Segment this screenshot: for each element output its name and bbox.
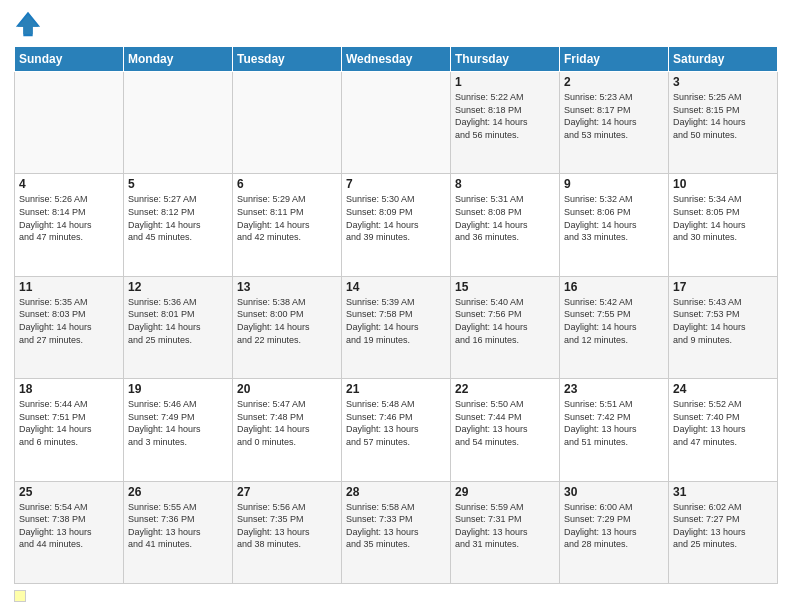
calendar-cell: 20Sunrise: 5:47 AM Sunset: 7:48 PM Dayli… <box>233 379 342 481</box>
weekday-monday: Monday <box>124 47 233 72</box>
day-info: Sunrise: 5:48 AM Sunset: 7:46 PM Dayligh… <box>346 398 446 448</box>
calendar-cell: 23Sunrise: 5:51 AM Sunset: 7:42 PM Dayli… <box>560 379 669 481</box>
day-number: 10 <box>673 177 773 191</box>
daylight-box-icon <box>14 590 26 602</box>
day-number: 15 <box>455 280 555 294</box>
day-info: Sunrise: 5:22 AM Sunset: 8:18 PM Dayligh… <box>455 91 555 141</box>
day-number: 7 <box>346 177 446 191</box>
day-number: 29 <box>455 485 555 499</box>
day-info: Sunrise: 5:38 AM Sunset: 8:00 PM Dayligh… <box>237 296 337 346</box>
day-number: 26 <box>128 485 228 499</box>
day-number: 12 <box>128 280 228 294</box>
calendar-cell: 17Sunrise: 5:43 AM Sunset: 7:53 PM Dayli… <box>669 276 778 378</box>
week-row-3: 18Sunrise: 5:44 AM Sunset: 7:51 PM Dayli… <box>15 379 778 481</box>
calendar-cell: 14Sunrise: 5:39 AM Sunset: 7:58 PM Dayli… <box>342 276 451 378</box>
calendar-cell: 24Sunrise: 5:52 AM Sunset: 7:40 PM Dayli… <box>669 379 778 481</box>
calendar-cell: 18Sunrise: 5:44 AM Sunset: 7:51 PM Dayli… <box>15 379 124 481</box>
day-info: Sunrise: 5:56 AM Sunset: 7:35 PM Dayligh… <box>237 501 337 551</box>
day-number: 18 <box>19 382 119 396</box>
day-info: Sunrise: 5:58 AM Sunset: 7:33 PM Dayligh… <box>346 501 446 551</box>
week-row-4: 25Sunrise: 5:54 AM Sunset: 7:38 PM Dayli… <box>15 481 778 583</box>
calendar-cell: 4Sunrise: 5:26 AM Sunset: 8:14 PM Daylig… <box>15 174 124 276</box>
header <box>14 10 778 38</box>
day-number: 5 <box>128 177 228 191</box>
day-number: 20 <box>237 382 337 396</box>
day-number: 9 <box>564 177 664 191</box>
day-number: 24 <box>673 382 773 396</box>
weekday-tuesday: Tuesday <box>233 47 342 72</box>
calendar-cell: 6Sunrise: 5:29 AM Sunset: 8:11 PM Daylig… <box>233 174 342 276</box>
day-info: Sunrise: 5:39 AM Sunset: 7:58 PM Dayligh… <box>346 296 446 346</box>
day-info: Sunrise: 5:32 AM Sunset: 8:06 PM Dayligh… <box>564 193 664 243</box>
day-number: 16 <box>564 280 664 294</box>
calendar-cell: 29Sunrise: 5:59 AM Sunset: 7:31 PM Dayli… <box>451 481 560 583</box>
day-number: 17 <box>673 280 773 294</box>
week-row-0: 1Sunrise: 5:22 AM Sunset: 8:18 PM Daylig… <box>15 72 778 174</box>
calendar-cell: 26Sunrise: 5:55 AM Sunset: 7:36 PM Dayli… <box>124 481 233 583</box>
calendar-cell <box>124 72 233 174</box>
calendar-cell: 2Sunrise: 5:23 AM Sunset: 8:17 PM Daylig… <box>560 72 669 174</box>
day-info: Sunrise: 5:29 AM Sunset: 8:11 PM Dayligh… <box>237 193 337 243</box>
day-number: 31 <box>673 485 773 499</box>
calendar-cell: 3Sunrise: 5:25 AM Sunset: 8:15 PM Daylig… <box>669 72 778 174</box>
day-info: Sunrise: 5:44 AM Sunset: 7:51 PM Dayligh… <box>19 398 119 448</box>
day-info: Sunrise: 5:36 AM Sunset: 8:01 PM Dayligh… <box>128 296 228 346</box>
calendar-cell: 13Sunrise: 5:38 AM Sunset: 8:00 PM Dayli… <box>233 276 342 378</box>
page: SundayMondayTuesdayWednesdayThursdayFrid… <box>0 0 792 612</box>
day-number: 27 <box>237 485 337 499</box>
week-row-1: 4Sunrise: 5:26 AM Sunset: 8:14 PM Daylig… <box>15 174 778 276</box>
day-info: Sunrise: 5:52 AM Sunset: 7:40 PM Dayligh… <box>673 398 773 448</box>
day-info: Sunrise: 5:27 AM Sunset: 8:12 PM Dayligh… <box>128 193 228 243</box>
day-info: Sunrise: 5:47 AM Sunset: 7:48 PM Dayligh… <box>237 398 337 448</box>
day-info: Sunrise: 5:25 AM Sunset: 8:15 PM Dayligh… <box>673 91 773 141</box>
day-number: 4 <box>19 177 119 191</box>
day-number: 19 <box>128 382 228 396</box>
calendar-cell: 16Sunrise: 5:42 AM Sunset: 7:55 PM Dayli… <box>560 276 669 378</box>
logo <box>14 10 46 38</box>
day-info: Sunrise: 5:34 AM Sunset: 8:05 PM Dayligh… <box>673 193 773 243</box>
day-info: Sunrise: 5:43 AM Sunset: 7:53 PM Dayligh… <box>673 296 773 346</box>
calendar-cell: 10Sunrise: 5:34 AM Sunset: 8:05 PM Dayli… <box>669 174 778 276</box>
day-info: Sunrise: 5:51 AM Sunset: 7:42 PM Dayligh… <box>564 398 664 448</box>
weekday-saturday: Saturday <box>669 47 778 72</box>
weekday-sunday: Sunday <box>15 47 124 72</box>
calendar-cell <box>233 72 342 174</box>
calendar-cell: 22Sunrise: 5:50 AM Sunset: 7:44 PM Dayli… <box>451 379 560 481</box>
day-number: 22 <box>455 382 555 396</box>
calendar-cell: 21Sunrise: 5:48 AM Sunset: 7:46 PM Dayli… <box>342 379 451 481</box>
calendar-cell <box>15 72 124 174</box>
day-number: 2 <box>564 75 664 89</box>
day-info: Sunrise: 5:26 AM Sunset: 8:14 PM Dayligh… <box>19 193 119 243</box>
calendar-cell: 5Sunrise: 5:27 AM Sunset: 8:12 PM Daylig… <box>124 174 233 276</box>
day-number: 1 <box>455 75 555 89</box>
day-number: 14 <box>346 280 446 294</box>
day-number: 30 <box>564 485 664 499</box>
calendar-cell: 9Sunrise: 5:32 AM Sunset: 8:06 PM Daylig… <box>560 174 669 276</box>
day-info: Sunrise: 6:02 AM Sunset: 7:27 PM Dayligh… <box>673 501 773 551</box>
day-info: Sunrise: 5:30 AM Sunset: 8:09 PM Dayligh… <box>346 193 446 243</box>
day-number: 13 <box>237 280 337 294</box>
svg-marker-1 <box>18 15 39 35</box>
day-info: Sunrise: 5:42 AM Sunset: 7:55 PM Dayligh… <box>564 296 664 346</box>
day-info: Sunrise: 5:50 AM Sunset: 7:44 PM Dayligh… <box>455 398 555 448</box>
calendar-cell: 15Sunrise: 5:40 AM Sunset: 7:56 PM Dayli… <box>451 276 560 378</box>
day-info: Sunrise: 5:54 AM Sunset: 7:38 PM Dayligh… <box>19 501 119 551</box>
day-info: Sunrise: 5:35 AM Sunset: 8:03 PM Dayligh… <box>19 296 119 346</box>
day-number: 21 <box>346 382 446 396</box>
weekday-thursday: Thursday <box>451 47 560 72</box>
calendar-cell: 7Sunrise: 5:30 AM Sunset: 8:09 PM Daylig… <box>342 174 451 276</box>
calendar-cell <box>342 72 451 174</box>
day-info: Sunrise: 5:46 AM Sunset: 7:49 PM Dayligh… <box>128 398 228 448</box>
calendar-cell: 12Sunrise: 5:36 AM Sunset: 8:01 PM Dayli… <box>124 276 233 378</box>
day-number: 6 <box>237 177 337 191</box>
calendar-cell: 30Sunrise: 6:00 AM Sunset: 7:29 PM Dayli… <box>560 481 669 583</box>
calendar-cell: 31Sunrise: 6:02 AM Sunset: 7:27 PM Dayli… <box>669 481 778 583</box>
calendar-cell: 1Sunrise: 5:22 AM Sunset: 8:18 PM Daylig… <box>451 72 560 174</box>
calendar-cell: 25Sunrise: 5:54 AM Sunset: 7:38 PM Dayli… <box>15 481 124 583</box>
calendar-cell: 19Sunrise: 5:46 AM Sunset: 7:49 PM Dayli… <box>124 379 233 481</box>
calendar-cell: 11Sunrise: 5:35 AM Sunset: 8:03 PM Dayli… <box>15 276 124 378</box>
calendar-cell: 27Sunrise: 5:56 AM Sunset: 7:35 PM Dayli… <box>233 481 342 583</box>
calendar-cell: 28Sunrise: 5:58 AM Sunset: 7:33 PM Dayli… <box>342 481 451 583</box>
day-info: Sunrise: 5:40 AM Sunset: 7:56 PM Dayligh… <box>455 296 555 346</box>
logo-icon <box>14 10 42 38</box>
